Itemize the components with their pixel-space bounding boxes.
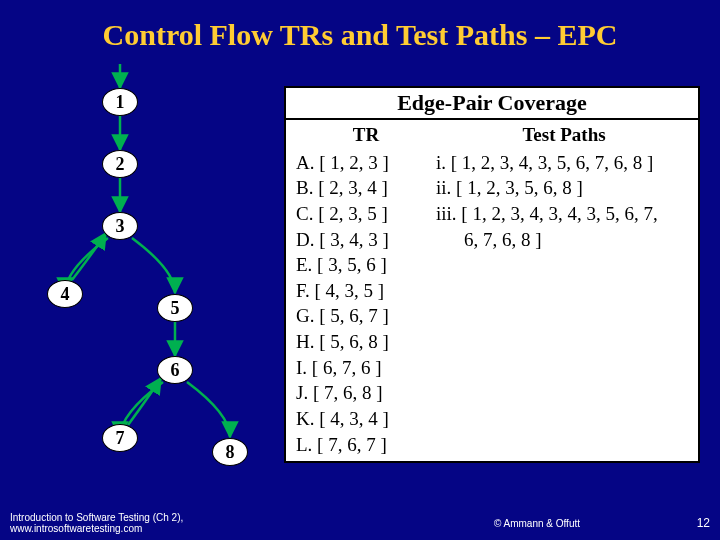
footer: Introduction to Software Testing (Ch 2),…	[10, 512, 710, 534]
node-4: 4	[47, 280, 83, 308]
tr-b: B. [ 2, 3, 4 ]	[296, 175, 436, 201]
tr-e: E. [ 3, 5, 6 ]	[296, 252, 436, 278]
tr-c: C. [ 2, 3, 5 ]	[296, 201, 436, 227]
tp-i: i. [ 1, 2, 3, 4, 3, 5, 6, 7, 6, 8 ]	[436, 150, 692, 176]
tp-ii: ii. [ 1, 2, 3, 5, 6, 8 ]	[436, 175, 692, 201]
node-7: 7	[102, 424, 138, 452]
node-3: 3	[102, 212, 138, 240]
tr-g: G. [ 5, 6, 7 ]	[296, 303, 436, 329]
footer-page: 12	[680, 516, 710, 530]
tp-iii-a: iii. [ 1, 2, 3, 4, 3, 4, 3, 5, 6, 7,	[436, 201, 692, 227]
tp-header: Test Paths	[436, 122, 692, 148]
node-5: 5	[157, 294, 193, 322]
coverage-panel: Edge-Pair Coverage TR A. [ 1, 2, 3 ] B. …	[284, 86, 700, 463]
node-8: 8	[212, 438, 248, 466]
footer-center: © Ammann & Offutt	[295, 518, 680, 529]
node-2: 2	[102, 150, 138, 178]
test-paths-column: Test Paths i. [ 1, 2, 3, 4, 3, 5, 6, 7, …	[436, 122, 692, 457]
tr-f: F. [ 4, 3, 5 ]	[296, 278, 436, 304]
tr-d: D. [ 3, 4, 3 ]	[296, 227, 436, 253]
panel-title: Edge-Pair Coverage	[286, 88, 698, 120]
footer-left: Introduction to Software Testing (Ch 2),…	[10, 512, 295, 534]
node-1: 1	[102, 88, 138, 116]
panel-body: TR A. [ 1, 2, 3 ] B. [ 2, 3, 4 ] C. [ 2,…	[286, 120, 698, 461]
tp-iii-b: 6, 7, 6, 8 ]	[436, 227, 692, 253]
tr-l: L. [ 7, 6, 7 ]	[296, 432, 436, 458]
tr-a: A. [ 1, 2, 3 ]	[296, 150, 436, 176]
tr-header: TR	[296, 122, 436, 148]
node-6: 6	[157, 356, 193, 384]
tr-h: H. [ 5, 6, 8 ]	[296, 329, 436, 355]
tr-column: TR A. [ 1, 2, 3 ] B. [ 2, 3, 4 ] C. [ 2,…	[296, 122, 436, 457]
tr-k: K. [ 4, 3, 4 ]	[296, 406, 436, 432]
page-title: Control Flow TRs and Test Paths – EPC	[0, 0, 720, 52]
tr-i: I. [ 6, 7, 6 ]	[296, 355, 436, 381]
tr-j: J. [ 7, 6, 8 ]	[296, 380, 436, 406]
